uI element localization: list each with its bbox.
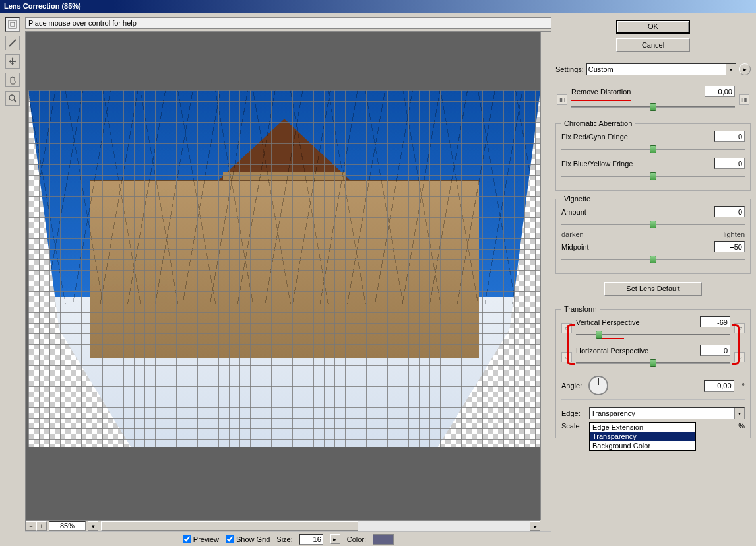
vignette-midpoint-input[interactable]: [714, 241, 745, 252]
edge-option-transparency[interactable]: Transparency: [590, 432, 695, 441]
angle-label: Angle:: [561, 382, 582, 390]
edge-option-extension[interactable]: Edge Extension: [590, 423, 695, 432]
distortion-barrel-icon: ◧: [557, 94, 567, 105]
scrollbar-vertical[interactable]: [540, 32, 551, 520]
zoom-scroll-bar: − + 85% ▾ ▸: [26, 520, 540, 531]
zoom-tool[interactable]: [5, 91, 20, 106]
settings-combo[interactable]: Custom▾: [586, 63, 736, 75]
vignette-amount-input[interactable]: [714, 206, 745, 217]
svg-line-4: [14, 100, 16, 102]
move-grid-tool[interactable]: [5, 54, 20, 69]
highlight-bracket-left: [567, 324, 575, 365]
fix-blue-yellow-input[interactable]: [714, 158, 745, 169]
degree-symbol: °: [742, 382, 745, 390]
settings-label: Settings:: [555, 65, 584, 73]
scrollbar-horizontal[interactable]: [101, 521, 530, 531]
preview-footer: Preview Show Grid Size: ▸ Color:: [25, 531, 551, 546]
edge-option-background[interactable]: Background Color: [590, 441, 695, 450]
window-titlebar: Lens Correction (85%): [0, 0, 756, 13]
fix-blue-yellow-label: Fix Blue/Yellow Fringe: [561, 160, 714, 168]
highlight-bracket-right: [732, 324, 740, 365]
grid-size-menu[interactable]: ▸: [330, 534, 340, 544]
vertical-perspective-input[interactable]: [700, 316, 730, 327]
angle-dial[interactable]: [588, 376, 608, 395]
angle-input[interactable]: [704, 380, 734, 392]
remove-distortion-input[interactable]: [705, 86, 735, 97]
settings-menu-button[interactable]: ▸: [739, 63, 751, 75]
image-stage: [28, 90, 540, 447]
zoom-out-button[interactable]: −: [26, 521, 36, 531]
ok-button[interactable]: OK: [616, 20, 690, 34]
svg-line-2: [9, 40, 16, 46]
svg-rect-0: [9, 20, 16, 28]
zoom-level[interactable]: 85%: [49, 521, 86, 531]
horizontal-perspective-slider[interactable]: [576, 358, 730, 368]
remove-distortion-label: Remove Distortion: [571, 88, 705, 96]
fix-red-cyan-label: Fix Red/Cyan Fringe: [561, 133, 714, 141]
fix-red-cyan-slider[interactable]: [561, 145, 745, 154]
scroll-right-button[interactable]: ▸: [530, 521, 540, 531]
edge-combo[interactable]: Transparency▾: [589, 407, 745, 419]
show-grid-checkbox[interactable]: Show Grid: [226, 535, 270, 543]
vignette-group: Vignette Amount darkenlighten Midpoint: [555, 199, 751, 274]
chromatic-group: Chromatic Aberration Fix Red/Cyan Fringe…: [555, 123, 751, 191]
preview-canvas[interactable]: − + 85% ▾ ▸: [25, 31, 551, 531]
photo: [28, 90, 540, 447]
edge-label: Edge:: [561, 409, 589, 417]
zoom-in-button[interactable]: +: [36, 521, 47, 531]
help-hint: Place mouse over control for help: [25, 17, 551, 29]
grid-color-swatch[interactable]: [373, 534, 394, 545]
straighten-tool[interactable]: [5, 36, 20, 50]
grid-size-input[interactable]: [299, 534, 323, 545]
hand-tool[interactable]: [5, 73, 20, 87]
svg-point-3: [9, 95, 15, 100]
vertical-perspective-label: Vertical Perspective: [576, 318, 700, 326]
fix-blue-yellow-slider[interactable]: [561, 172, 745, 181]
scale-label: Scale: [561, 422, 589, 430]
edge-dropdown[interactable]: Edge Extension Transparency Background C…: [589, 422, 696, 451]
cancel-button[interactable]: Cancel: [616, 38, 690, 52]
transform-group: Transform ▱ Vertical Perspective ▱ ▱ Hor…: [555, 309, 751, 438]
grid-size-label: Size:: [276, 535, 292, 543]
vignette-midpoint-label: Midpoint: [561, 243, 714, 251]
zoom-menu-button[interactable]: ▾: [88, 521, 98, 531]
vignette-amount-slider[interactable]: [561, 220, 745, 229]
remove-distortion-tool[interactable]: [5, 17, 20, 32]
set-lens-default-button[interactable]: Set Lens Default: [604, 282, 702, 296]
window-title: Lens Correction (85%): [4, 2, 81, 10]
vignette-midpoint-slider[interactable]: [561, 255, 745, 264]
vertical-perspective-slider[interactable]: [576, 330, 730, 339]
horizontal-perspective-input[interactable]: [700, 345, 730, 356]
fix-red-cyan-input[interactable]: [714, 131, 745, 142]
horizontal-perspective-label: Horizontal Perspective: [576, 347, 700, 355]
tool-strip: [0, 13, 25, 546]
svg-rect-1: [11, 22, 15, 26]
distortion-pincushion-icon: ◨: [739, 94, 749, 105]
preview-checkbox[interactable]: Preview: [183, 535, 219, 543]
scale-percent: %: [738, 422, 745, 430]
vignette-amount-label: Amount: [561, 208, 714, 216]
remove-distortion-slider[interactable]: [571, 102, 735, 112]
grid-color-label: Color:: [347, 535, 366, 543]
